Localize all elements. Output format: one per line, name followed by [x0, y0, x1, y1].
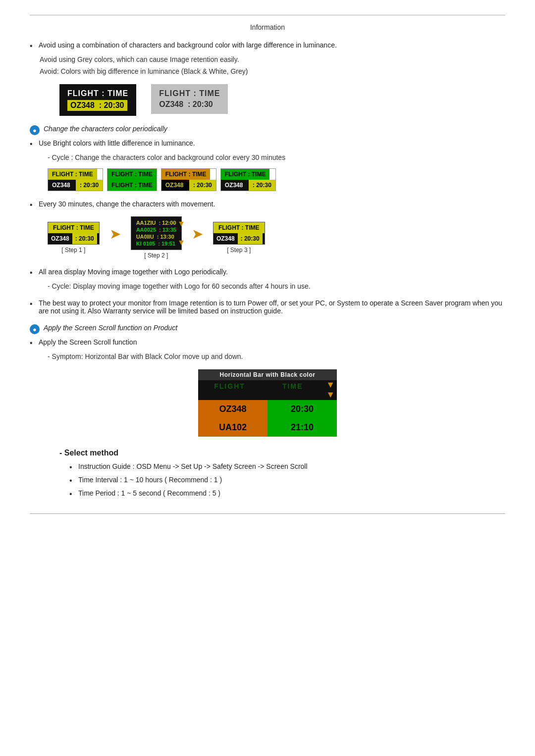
step2-down-arrow-1: ▼: [177, 220, 185, 228]
flight-box-dark: FLIGHT : TIME OZ348 : 20:30: [59, 84, 136, 116]
select-method-label: - Select method: [59, 449, 118, 457]
bullet-text-1: Avoid using a combination of characters …: [39, 41, 337, 49]
step-box-1: FLIGHT : TIME OZ348 : 20:30 [ Step 1 ]: [48, 222, 100, 253]
bullet-section-4: • All area display Moving image together…: [30, 268, 505, 290]
bullet-text-6: Apply the Screen Scroll function: [39, 338, 137, 346]
hbar-title: Horizontal Bar with Black color: [198, 369, 337, 380]
step2-r1-b: : 12:00: [159, 220, 176, 226]
step1-label-text: [ Step 1 ]: [48, 247, 100, 253]
note-icon-1: ●: [30, 125, 40, 135]
step1-val-a: OZ348: [48, 233, 72, 244]
step3-val-b: : 20:30: [238, 233, 263, 244]
step2-row1: AA1ZIU : 12:00 ▼: [136, 220, 176, 226]
top-divider: [30, 15, 505, 15]
cb2-r1: FLIGHT : TIME: [107, 169, 157, 180]
page-title: Information: [30, 23, 505, 31]
cb3-r2b: : 20:30: [189, 180, 216, 191]
bullet-section-5: • The best way to protect your monitor f…: [30, 299, 505, 315]
flight-label-dark: FLIGHT : TIME: [67, 89, 128, 98]
bullet-item-4: • All area display Moving image together…: [30, 268, 505, 277]
step2-r4-a: KI 0105: [136, 241, 156, 247]
page-container: Information • Avoid using a combination …: [0, 0, 535, 544]
step2-r3-b: : 13:30: [157, 234, 174, 240]
step2-r4-b: : 19:51: [158, 241, 175, 247]
bullet-text-4: All area display Moving image together w…: [39, 268, 228, 276]
cb2-r2: FLIGHT : TIME: [107, 180, 157, 191]
note-icon-2: ●: [30, 324, 40, 334]
select-method-section: - Select method • Instruction Guide : OS…: [30, 449, 505, 499]
step1-value: OZ348 : 20:30: [48, 233, 99, 244]
flight-value-row-gray: OZ348 : 20:30: [159, 98, 220, 109]
select-item-text-3: Time Period : 1 ~ 5 second ( Recommend :…: [78, 489, 220, 497]
note-1: ● Change the characters color periodical…: [30, 125, 505, 135]
hbar-col2-text: TIME: [282, 382, 303, 390]
flight-label-row-gray: FLIGHT : TIME: [159, 89, 220, 98]
select-list-item-1: • Instruction Guide : OSD Menu -> Set Up…: [69, 462, 505, 472]
cb3-r1: FLIGHT : TIME: [161, 169, 211, 180]
select-method-list: • Instruction Guide : OSD Menu -> Set Up…: [69, 462, 505, 499]
step2-row2: AA0025 : 13:35 ▼: [136, 227, 176, 233]
step-arrow-1: ➤: [109, 226, 121, 250]
hbar-cell-2-1: UA102: [198, 418, 268, 437]
bullet-dot-6: •: [30, 338, 39, 348]
cycle-demos: FLIGHT : TIME OZ348 : 20:30 FLIGHT : TIM…: [48, 168, 505, 191]
hbar-header-row: FLIGHT TIME ▼ ▼: [198, 380, 337, 400]
step-box-2: AA1ZIU : 12:00 ▼ AA0025 : 13:35 ▼ UA0IIU…: [131, 216, 182, 259]
hbar-data-row-2: UA102 21:10: [198, 418, 337, 437]
bullet-item-6: • Apply the Screen Scroll function: [30, 338, 505, 348]
cb3-r2a: OZ348: [161, 180, 189, 191]
cb4-r2a: OZ348: [221, 180, 249, 191]
bullet-section-6: • Apply the Screen Scroll function - Sym…: [30, 338, 505, 437]
note-text-1: Change the characters color periodically: [44, 125, 167, 133]
hbar-col1-header: FLIGHT: [198, 380, 261, 400]
hbar-cell-1-1: OZ348: [198, 400, 268, 418]
step3-value: OZ348 : 20:30: [214, 233, 265, 244]
cb1-r2a: OZ348: [48, 180, 76, 191]
step3-val-a: OZ348: [214, 233, 238, 244]
step-arrow-2: ➤: [192, 226, 203, 250]
hbar-demo: Horizontal Bar with Black color FLIGHT T…: [30, 369, 505, 437]
flight-value-gray: OZ348 : 20:30: [159, 100, 213, 109]
select-bullet-2: •: [69, 476, 78, 485]
bullet-item-1: • Avoid using a combination of character…: [30, 41, 505, 50]
bullet-text-2: Use Bright colors with little difference…: [39, 139, 195, 147]
cb1-r2b: : 20:30: [76, 180, 103, 191]
cb1-r1: FLIGHT : TIME: [48, 169, 97, 180]
step1-val-b: : 20:30: [72, 233, 97, 244]
flight-box-gray: FLIGHT : TIME OZ348 : 20:30: [151, 84, 228, 114]
select-bullet-3: •: [69, 489, 78, 499]
step2-r2-a: AA0025: [136, 227, 156, 233]
cycle-box-4: FLIGHT : TIME OZ348 : 20:30: [220, 168, 276, 191]
hbar-container: Horizontal Bar with Black color FLIGHT T…: [198, 369, 337, 437]
bullet-dot-1: •: [30, 41, 39, 50]
select-item-text-1: Instruction Guide : OSD Menu -> Set Up -…: [78, 462, 308, 470]
bullet-item-3: • Every 30 minutes, change the character…: [30, 200, 505, 209]
hbar-cell-1-2: 20:30: [268, 400, 337, 418]
bullet-section-3: • Every 30 minutes, change the character…: [30, 200, 505, 259]
sub-text-4a: - Cycle: Display moving image together w…: [48, 282, 505, 290]
step3-label: FLIGHT : TIME: [214, 222, 265, 233]
sub-text-6a: - Symptom: Horizontal Bar with Black Col…: [48, 353, 505, 360]
sub-text-1b: Avoid: Colors with big difference in lum…: [40, 67, 505, 75]
select-list-item-2: • Time Interval : 1 ~ 10 hours ( Recomme…: [69, 476, 505, 485]
bullet-dot-5: •: [30, 299, 39, 308]
flight-value-dark: OZ348 : 20:30: [67, 100, 127, 111]
bullet-text-3: Every 30 minutes, change the characters …: [39, 200, 215, 208]
sub-text-1a: Avoid using Grey colors, which can cause…: [40, 55, 505, 63]
bottom-divider: [30, 513, 505, 514]
hbar-col1-text: FLIGHT: [214, 382, 245, 390]
step2-down-arrow-2: ▼: [177, 239, 185, 247]
step-box-3: FLIGHT : TIME OZ348 : 20:30 [ Step 3 ]: [213, 222, 265, 253]
hbar-col2-header: TIME: [261, 380, 324, 400]
flight-label-gray: FLIGHT : TIME: [159, 89, 220, 98]
bullet-item-2: • Use Bright colors with little differen…: [30, 139, 505, 149]
step-demos: FLIGHT : TIME OZ348 : 20:30 [ Step 1 ] ➤…: [48, 216, 505, 259]
bullet-section-2: • Use Bright colors with little differen…: [30, 139, 505, 191]
hbar-cell-2-2: 21:10: [268, 418, 337, 437]
step2-row4: KI 0105 : 19:51: [136, 241, 176, 247]
step1-label: FLIGHT : TIME: [48, 222, 99, 233]
bullet-dot-3: •: [30, 200, 39, 209]
hbar-arrow-down-1: ▼: [326, 380, 335, 390]
hbar-arrow-down-2: ▼: [326, 390, 335, 400]
bullet-text-5: The best way to protect your monitor fro…: [39, 299, 505, 315]
